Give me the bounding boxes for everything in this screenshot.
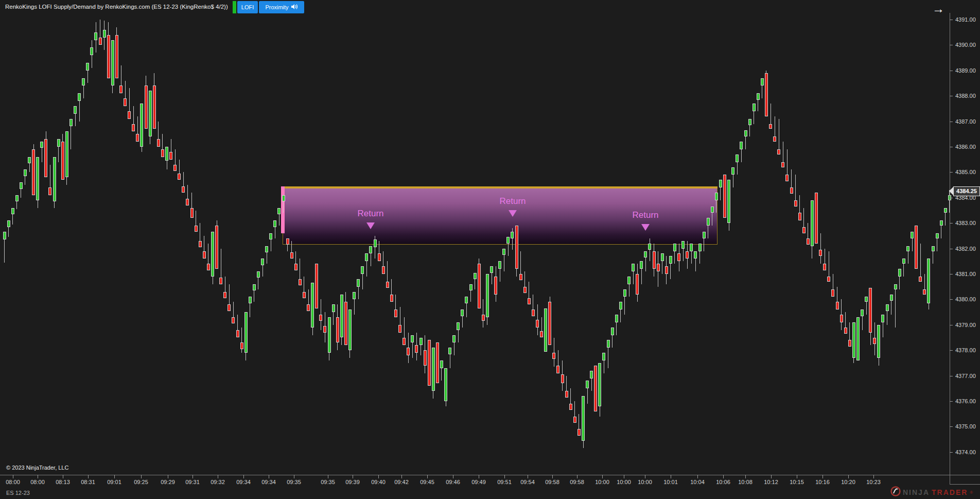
time-label: 10:00 [634, 479, 656, 485]
candle-up [906, 246, 909, 251]
candle-up [269, 233, 272, 239]
time-label: 09:40 [367, 479, 390, 485]
candle-down [836, 302, 839, 309]
candle-up [511, 232, 514, 238]
candle-up [715, 193, 718, 200]
candle-up [244, 312, 248, 353]
candle-down [223, 292, 226, 298]
price-label: 4382.00 [955, 246, 980, 252]
candle-down [686, 251, 689, 259]
axis-corner-line [950, 484, 980, 485]
candle-down [344, 302, 347, 345]
candle-down [178, 174, 181, 180]
candle-down [169, 152, 172, 160]
candle-down [132, 124, 135, 132]
candle-up [20, 182, 23, 188]
candle-up [602, 353, 605, 360]
time-tick [353, 475, 353, 478]
candle-up [490, 266, 493, 272]
price-tick [950, 20, 953, 20]
time-label: 08:00 [2, 479, 24, 485]
instrument-label: ES 12-23 [6, 490, 30, 496]
time-axis-line[interactable] [0, 475, 980, 475]
time-tick [378, 475, 379, 478]
price-label: 4380.00 [955, 296, 980, 302]
candle-down [478, 264, 481, 308]
price-tick [950, 147, 953, 147]
candle-down [336, 317, 339, 342]
candle-down [827, 277, 830, 282]
candle-down [190, 208, 194, 218]
candle-up [890, 295, 893, 301]
time-tick [528, 475, 528, 478]
time-tick [218, 475, 218, 478]
price-label: 4375.00 [955, 423, 980, 429]
scroll-right-arrow-icon[interactable]: → [930, 1, 947, 17]
candle-down [124, 98, 127, 106]
candle-down [565, 391, 568, 397]
time-label: 08:00 [26, 479, 49, 485]
candle-down [823, 264, 826, 270]
time-tick [552, 475, 553, 478]
candle-up [28, 157, 31, 163]
price-tick [950, 45, 953, 45]
time-label: 09:51 [493, 479, 516, 485]
candle-up [374, 239, 377, 247]
candle-up [7, 220, 10, 227]
price-label: 4381.00 [955, 271, 980, 277]
candle-down [790, 187, 793, 194]
price-tick [950, 96, 953, 96]
return-arrow-icon [641, 224, 650, 231]
candle-up [11, 208, 14, 214]
candle-up [627, 277, 631, 284]
lofi-button[interactable]: LOFI [237, 1, 258, 13]
candle-up [452, 335, 456, 343]
time-tick [88, 475, 89, 478]
candle-up [273, 220, 276, 227]
time-label: 10:08 [734, 479, 757, 485]
time-label: 08:13 [51, 479, 74, 485]
candle-up [465, 297, 468, 303]
candle-up [598, 363, 601, 406]
time-tick [797, 475, 797, 478]
proximity-button[interactable]: Proximity [259, 1, 304, 13]
time-label: 10:20 [837, 479, 860, 485]
candle-up [927, 259, 930, 303]
candle-down [523, 287, 527, 293]
candle-up [53, 157, 56, 201]
time-label: 10:23 [862, 479, 885, 485]
price-label: 4374.00 [955, 449, 980, 455]
candle-up [149, 91, 152, 136]
candle-down [415, 345, 418, 353]
time-label: 09:49 [467, 479, 490, 485]
candle-up [727, 180, 730, 223]
candle-up [411, 335, 414, 343]
candle-up [877, 325, 880, 358]
price-label: 4386.00 [955, 144, 980, 150]
candle-up [736, 154, 739, 162]
candle-down [815, 193, 818, 244]
candle-down [848, 340, 851, 346]
time-tick [671, 475, 671, 478]
candle-down [99, 38, 102, 45]
candle-down [873, 338, 876, 344]
candle-up [902, 259, 905, 264]
price-label: 4377.00 [955, 373, 980, 379]
time-label: 10:01 [659, 479, 682, 485]
candle-up [752, 104, 756, 111]
candle-down [232, 317, 235, 323]
candle-down [636, 274, 639, 295]
candle-up [761, 78, 764, 86]
candle-down [286, 238, 289, 245]
candle-down [653, 251, 656, 269]
candle-down [32, 149, 35, 195]
price-label: 4387.00 [955, 118, 980, 125]
candle-down [540, 331, 543, 337]
candle-down [186, 199, 189, 205]
price-tick [950, 71, 953, 71]
candle-down [536, 320, 539, 328]
time-tick [771, 475, 772, 478]
time-label: 10:16 [811, 479, 834, 485]
time-tick [504, 475, 505, 478]
candle-down [781, 162, 784, 167]
